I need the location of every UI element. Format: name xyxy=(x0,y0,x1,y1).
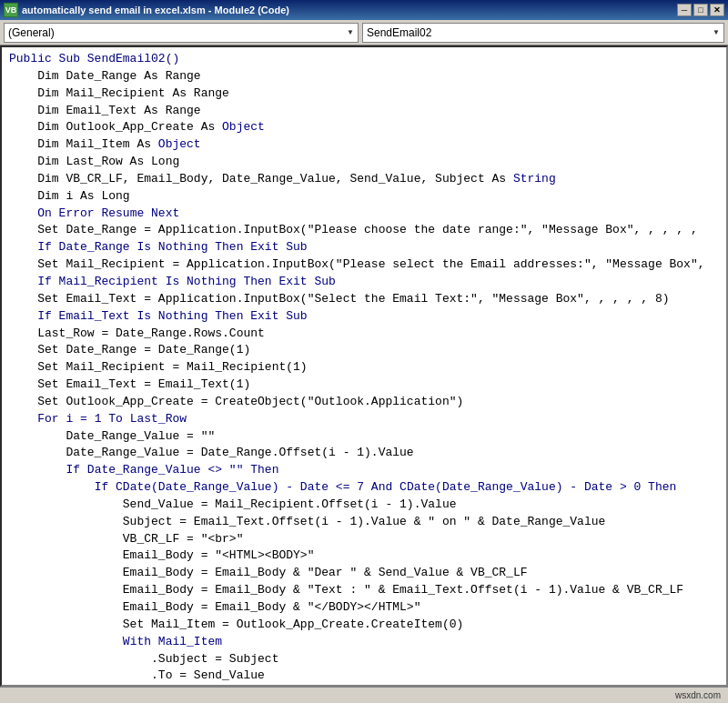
window-controls[interactable]: ─ □ ✕ xyxy=(677,4,724,16)
procedure-dropdown-label: SendEmail02 xyxy=(367,26,431,39)
status-bar: wsxdn.com xyxy=(0,687,728,703)
code-content[interactable]: Public Sub SendEmail02() Dim Date_Range … xyxy=(2,47,726,685)
general-dropdown-arrow: ▼ xyxy=(347,28,354,36)
window-title: automatically send email in excel.xlsm -… xyxy=(22,5,289,15)
watermark: wsxdn.com xyxy=(675,690,721,700)
minimize-button[interactable]: ─ xyxy=(677,4,692,16)
procedure-dropdown-arrow: ▼ xyxy=(713,28,720,36)
general-dropdown[interactable]: (General) ▼ xyxy=(4,23,359,43)
general-dropdown-label: (General) xyxy=(8,26,55,39)
app-icon: VB xyxy=(4,3,18,17)
close-button[interactable]: ✕ xyxy=(710,4,724,16)
toolbar: (General) ▼ SendEmail02 ▼ xyxy=(0,20,728,45)
title-bar: VB automatically send email in excel.xls… xyxy=(0,0,728,20)
maximize-button[interactable]: □ xyxy=(693,4,708,16)
code-editor[interactable]: Public Sub SendEmail02() Dim Date_Range … xyxy=(0,45,728,687)
procedure-dropdown[interactable]: SendEmail02 ▼ xyxy=(362,23,724,43)
